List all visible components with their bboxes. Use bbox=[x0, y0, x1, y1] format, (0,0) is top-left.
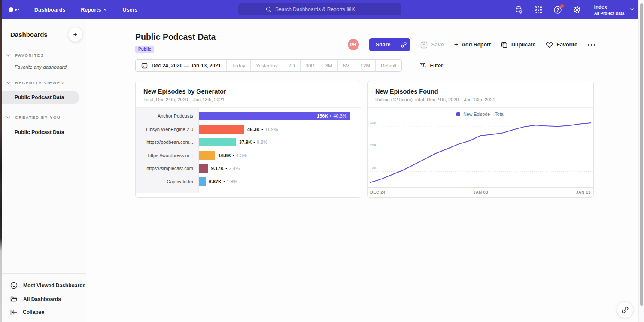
bar-segment[interactable] bbox=[199, 138, 236, 146]
save-button[interactable]: Save bbox=[420, 41, 444, 49]
sidebar-section-header[interactable]: FAVORITES bbox=[2, 53, 86, 58]
bar-category-label: https://podbean.com... bbox=[136, 140, 199, 145]
heart-icon bbox=[546, 42, 553, 48]
navbar-right: ? Index All Project Data bbox=[515, 0, 634, 19]
date-preset-3m[interactable]: 3M bbox=[320, 60, 337, 71]
sidebar-empty-hint: Favorite any dashboard bbox=[15, 64, 86, 70]
date-preset-yesterday[interactable]: Yesterday bbox=[250, 60, 283, 71]
date-range-bar: Dec 24, 2020 — Jan 13, 2021 TodayYesterd… bbox=[135, 59, 402, 72]
bar-chart-row[interactable]: Anchor Podcasts156K•40.3% bbox=[136, 109, 361, 123]
search-input[interactable] bbox=[275, 6, 374, 12]
date-preset-default[interactable]: Default bbox=[375, 60, 401, 71]
bar-chart-row[interactable]: Libsyn WebEngine 2.046.3K•11.9% bbox=[136, 123, 361, 136]
svg-text:?: ? bbox=[556, 7, 559, 12]
search-icon bbox=[266, 6, 272, 12]
bar-chart[interactable]: Anchor Podcasts156K•40.3%Libsyn WebEngin… bbox=[136, 108, 361, 193]
bar-chart-row[interactable]: https://simplecast.com9.17K•2.4% bbox=[136, 162, 361, 175]
bar-segment[interactable] bbox=[199, 177, 206, 186]
bar-zone: 6.87K•1.8% bbox=[199, 175, 361, 188]
nav-link-label: Users bbox=[122, 7, 137, 13]
page-scrollbar[interactable] bbox=[638, 0, 644, 322]
line-chart-title: New Episodes Found bbox=[375, 88, 586, 95]
chevron-down-icon bbox=[6, 54, 10, 57]
line-chart[interactable]: 10K20K30K bbox=[368, 119, 593, 187]
sidebar-section-label: FAVORITES bbox=[15, 53, 44, 58]
mode-logo-icon[interactable] bbox=[9, 7, 26, 12]
chart-legend: New Episode – Total bbox=[368, 109, 593, 119]
visibility-badge: Public bbox=[135, 46, 154, 53]
bar-category-label: https://simplecast.com bbox=[136, 166, 199, 171]
date-preset-12m[interactable]: 12M bbox=[355, 60, 375, 71]
x-tick-label: DEC 24 bbox=[370, 190, 386, 194]
copy-link-button[interactable] bbox=[617, 301, 633, 318]
help-icon[interactable]: ? bbox=[553, 6, 562, 14]
sidebar-footer: Most Viewed DashboardsAll DashboardsColl… bbox=[2, 273, 86, 322]
bar-value-label: 9.17K•2.4% bbox=[211, 166, 240, 171]
date-preset-today[interactable]: Today bbox=[226, 60, 250, 71]
data-sources-icon[interactable] bbox=[515, 6, 523, 14]
chevron-down-icon bbox=[630, 8, 634, 11]
sidebar-footer-most-viewed-dashboards[interactable]: Most Viewed Dashboards bbox=[2, 278, 86, 292]
add-report-button[interactable]: + Add Report bbox=[454, 41, 491, 49]
sidebar-footer-all-dashboards[interactable]: All Dashboards bbox=[2, 292, 86, 306]
action-bar: RH Share bbox=[348, 38, 595, 51]
filter-button[interactable]: Filter bbox=[420, 62, 443, 69]
sidebar-title: Dashboards bbox=[10, 31, 48, 38]
legend-swatch bbox=[456, 112, 460, 116]
sidebar-footer-collapse[interactable]: Collapse bbox=[2, 306, 86, 319]
date-preset-30d[interactable]: 30D bbox=[300, 60, 320, 71]
nav-link-reports[interactable]: Reports bbox=[81, 7, 107, 13]
add-dashboard-button[interactable]: + bbox=[68, 27, 82, 42]
apps-grid-icon[interactable] bbox=[534, 6, 543, 14]
sidebar-section-header[interactable]: CREATED BY YOU bbox=[2, 115, 86, 120]
plus-icon: + bbox=[454, 41, 458, 49]
settings-gear-icon[interactable] bbox=[573, 6, 581, 14]
line-chart-card: New Episodes Found Rolling (12 hours), t… bbox=[367, 81, 594, 198]
bar-category-label: Anchor Podcasts bbox=[136, 113, 199, 118]
nav-link-users[interactable]: Users bbox=[122, 7, 137, 13]
bar-chart-card: New Episodes by Generator Total, Dec 24t… bbox=[135, 81, 361, 198]
duplicate-button[interactable]: Duplicate bbox=[501, 41, 535, 48]
bar-category-label: https://wordpress.or... bbox=[136, 153, 199, 158]
avatar[interactable]: RH bbox=[348, 39, 359, 50]
bar-segment[interactable]: 156K•40.3% bbox=[199, 112, 350, 120]
bar-value-label: 37.9K•9.8% bbox=[239, 140, 267, 145]
bar-chart-row[interactable]: Captivate.fm6.87K•1.8% bbox=[136, 175, 361, 188]
more-options-button[interactable] bbox=[588, 44, 595, 46]
scrollbar-thumb[interactable] bbox=[640, 3, 643, 306]
sidebar: Dashboards + FAVORITESFavorite any dashb… bbox=[2, 19, 86, 322]
svg-text:30K: 30K bbox=[370, 121, 377, 125]
date-preset-7d[interactable]: 7D bbox=[283, 60, 300, 71]
share-link-icon[interactable] bbox=[397, 38, 410, 51]
favorite-button[interactable]: Favorite bbox=[546, 42, 577, 48]
sidebar-section-header[interactable]: RECENTLY VIEWED bbox=[2, 80, 86, 85]
chevron-down-icon bbox=[6, 116, 10, 119]
bar-chart-row[interactable]: https://wordpress.or...16.6K•4.3% bbox=[136, 149, 361, 162]
collapse-icon bbox=[10, 309, 17, 315]
bar-zone: 16.6K•4.3% bbox=[199, 149, 361, 162]
sidebar-footer-label: All Dashboards bbox=[23, 296, 61, 302]
bar-segment[interactable] bbox=[199, 164, 208, 173]
global-search[interactable] bbox=[238, 3, 401, 15]
date-presets: TodayYesterday7D30D3M6M12MDefault bbox=[226, 60, 401, 71]
date-range-button[interactable]: Dec 24, 2020 — Jan 13, 2021 bbox=[136, 60, 226, 71]
share-button[interactable]: Share bbox=[369, 38, 397, 51]
nav-link-dashboards[interactable]: Dashboards bbox=[34, 7, 65, 13]
bar-segment[interactable] bbox=[199, 151, 215, 160]
sidebar-item[interactable]: Public Podcast Data bbox=[2, 91, 79, 104]
workspace-switcher[interactable]: Index All Project Data bbox=[594, 4, 634, 15]
sidebar-item[interactable]: Public Podcast Data bbox=[2, 125, 86, 139]
bar-segment[interactable] bbox=[199, 125, 244, 134]
bar-chart-subtitle: Total, Dec 24th, 2020 – Jan 13th, 2021 bbox=[143, 97, 353, 102]
bar-chart-row[interactable]: https://podbean.com...37.9K•9.8% bbox=[136, 136, 361, 149]
bar-category-label: Captivate.fm bbox=[136, 179, 199, 184]
workspace-name: Index bbox=[594, 4, 624, 11]
bar-value-label: 156K•40.3% bbox=[317, 113, 346, 118]
bar-zone: 9.17K•2.4% bbox=[199, 162, 361, 175]
workspace-scope: All Project Data bbox=[594, 11, 624, 15]
date-preset-6m[interactable]: 6M bbox=[337, 60, 355, 71]
nav-link-label: Dashboards bbox=[34, 7, 65, 13]
duplicate-icon bbox=[501, 41, 508, 48]
sidebar-footer-label: Collapse bbox=[23, 309, 44, 315]
bar-value-label: 46.3K•11.9% bbox=[247, 127, 278, 132]
